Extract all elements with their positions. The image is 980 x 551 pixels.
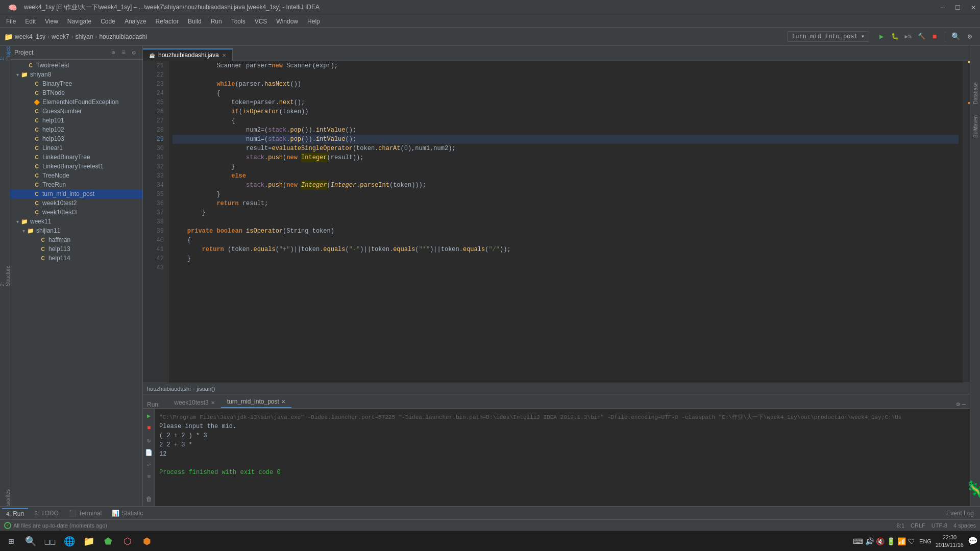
run-play-btn[interactable]: ▶ <box>144 411 154 421</box>
task-view-btn[interactable]: ❑❑ <box>41 532 59 550</box>
run-scroll-btn[interactable]: 📄 <box>144 447 154 458</box>
taskbar-intellij-btn[interactable]: ⬡ <box>118 532 137 550</box>
menu-refactor[interactable]: Refactor <box>152 17 183 26</box>
language-indicator[interactable]: ENG <box>919 538 932 544</box>
tree-item-shijian11[interactable]: ▾ 📁 shijian11 <box>10 226 142 235</box>
stop-button[interactable]: ■ <box>928 31 941 43</box>
menu-build[interactable]: Build <box>184 17 206 26</box>
tree-item-binarytree[interactable]: C BinaryTree <box>10 79 142 88</box>
editor-tab-houzhuibiaodashi[interactable]: ☕ houzhuibiaodashi.java ✕ <box>143 48 233 61</box>
bottom-tab-terminal[interactable]: ⬛ Terminal <box>65 509 106 518</box>
project-settings-btn[interactable]: ⚙ <box>129 48 138 57</box>
run-filter-btn[interactable]: ≡ <box>144 472 154 482</box>
breadcrumb-file[interactable]: houzhuibiaodashi <box>99 33 146 40</box>
run-tab-close[interactable]: ✕ <box>281 399 285 405</box>
database-sidebar-label[interactable]: Database <box>971 89 980 98</box>
tray-icon-2[interactable]: 🔊 <box>865 537 874 545</box>
tree-item-week10test3[interactable]: C week10test3 <box>10 208 142 217</box>
maximize-btn[interactable]: ☐ <box>955 4 961 11</box>
collapse-all-btn[interactable]: ≡ <box>119 48 128 57</box>
toolbar-search-btn[interactable]: 🔍 <box>949 31 962 43</box>
build-sidebar-label[interactable]: Build <box>971 128 980 137</box>
tree-item-treerun[interactable]: C TreeRun <box>10 180 142 189</box>
tree-item-guessnumber[interactable]: C GuessNumber <box>10 107 142 116</box>
menu-tools[interactable]: Tools <box>227 17 250 26</box>
toolbar-settings-btn[interactable]: ⚙ <box>964 31 976 43</box>
menu-code[interactable]: Code <box>96 17 119 26</box>
notifications-btn[interactable]: 💬 <box>968 536 978 546</box>
run-config-selector[interactable]: turn_mid_into_post ▾ <box>787 31 869 42</box>
tree-item-help113[interactable]: C help113 <box>10 244 142 254</box>
menu-view[interactable]: View <box>41 17 62 26</box>
menu-vcs[interactable]: VCS <box>251 17 272 26</box>
tray-icon-3[interactable]: 🔇 <box>876 537 885 545</box>
menu-help[interactable]: Help <box>303 17 324 26</box>
start-button[interactable]: ⊞ <box>2 532 20 550</box>
code-content[interactable]: Scanner parser=new Scanner(expr); while(… <box>168 61 963 383</box>
tree-item-help102[interactable]: C help102 <box>10 125 142 134</box>
tree-item-treenode[interactable]: C TreeNode <box>10 171 142 180</box>
taskbar-app1-btn[interactable]: ⬟ <box>99 532 117 550</box>
taskbar-explorer-btn[interactable]: 📁 <box>80 532 98 550</box>
tree-item-week10test2[interactable]: C week10test2 <box>10 198 142 208</box>
breadcrumb-shiyan[interactable]: shiyan <box>76 33 93 40</box>
minimize-btn[interactable]: ─ <box>940 4 945 11</box>
breadcrumb-week7[interactable]: week7 <box>52 33 69 40</box>
run-rerun-btn[interactable]: ↻ <box>144 435 154 445</box>
tree-item-haffman[interactable]: C haffman <box>10 235 142 244</box>
tree-item-help103[interactable]: C help103 <box>10 134 142 143</box>
indent[interactable]: 4 spaces <box>953 522 976 529</box>
tree-item-help101[interactable]: C help101 <box>10 116 142 125</box>
close-btn[interactable]: ✕ <box>971 4 976 11</box>
run-tab-week10test3[interactable]: week10test3 ✕ <box>168 397 220 408</box>
tray-icon-6[interactable]: 🛡 <box>908 537 915 545</box>
debug-button[interactable]: 🐛 <box>889 31 901 43</box>
build-button[interactable]: 🔨 <box>915 31 927 43</box>
sync-files-btn[interactable]: ⊕ <box>109 48 118 57</box>
breadcrumb-week4[interactable]: week4_1sy <box>15 33 45 40</box>
structure-sidebar-label[interactable]: 2: Structure <box>1 271 10 281</box>
tree-item-shiyan8[interactable]: ▾ 📁 shiyan8 <box>10 70 142 79</box>
run-clear-btn[interactable]: 🗑 <box>144 494 154 504</box>
cursor-position[interactable]: 8:1 <box>897 522 904 529</box>
tray-icon-5[interactable]: 📶 <box>897 537 906 545</box>
run-tab-close[interactable]: ✕ <box>211 400 215 406</box>
menu-window[interactable]: Window <box>272 17 302 26</box>
run-panel-minimize-btn[interactable]: — <box>962 401 966 408</box>
tree-item-help114[interactable]: C help114 <box>10 254 142 263</box>
search-taskbar-btn[interactable]: 🔍 <box>21 532 40 550</box>
favorites-sidebar-label[interactable]: 2: Favorites <box>1 495 10 504</box>
code-editor[interactable]: 21 22 23 24 25 26 27 28 29 30 31 32 33 3… <box>143 61 970 383</box>
menu-analyze[interactable]: Analyze <box>120 17 151 26</box>
line-ending[interactable]: CRLF <box>911 522 925 529</box>
tree-item-linkedbinarytree[interactable]: C LinkedBinaryTree <box>10 153 142 162</box>
run-tab-turn-mid-into-post[interactable]: turn_mid_into_post ✕ <box>221 396 291 408</box>
tree-item-twotreetest[interactable]: C TwotreeTest <box>10 61 142 70</box>
tree-item-turn-mid-into-post[interactable]: C turn_mid_into_post <box>10 189 142 198</box>
tree-item-week11[interactable]: ▾ 📁 week11 <box>10 217 142 226</box>
run-stop-btn[interactable]: ■ <box>144 423 154 433</box>
tree-item-elementnotfound[interactable]: 🔶 ElementNotFoundException <box>10 97 142 107</box>
run-panel-settings-btn[interactable]: ⚙ <box>957 400 960 408</box>
bottom-tab-statistic[interactable]: 📊 Statistic <box>108 509 147 518</box>
menu-edit[interactable]: Edit <box>21 17 40 26</box>
tree-item-btnode[interactable]: C BTNode <box>10 88 142 97</box>
menu-run[interactable]: Run <box>207 17 226 26</box>
tree-item-linkedbinarytreetest1[interactable]: C LinkedBinaryTreetest1 <box>10 162 142 171</box>
taskbar-browser-btn[interactable]: 🌐 <box>60 532 79 550</box>
run-wrap-btn[interactable]: ↩ <box>144 460 154 470</box>
coverage-button[interactable]: ▶% <box>902 31 914 43</box>
tray-icon-4[interactable]: 🔋 <box>887 537 895 545</box>
tab-close-btn[interactable]: ✕ <box>222 53 226 58</box>
bottom-tab-event-log[interactable]: Event Log <box>942 509 978 518</box>
tree-item-linear1[interactable]: C Linear1 <box>10 143 142 153</box>
menu-navigate[interactable]: Navigate <box>63 17 95 26</box>
bottom-tab-run[interactable]: 4: Run <box>2 508 28 518</box>
menu-file[interactable]: File <box>2 17 20 26</box>
tray-icon-1[interactable]: ⌨ <box>853 537 863 545</box>
encoding[interactable]: UTF-8 <box>932 522 947 529</box>
run-button[interactable]: ▶ <box>875 31 888 43</box>
taskbar-app3-btn[interactable]: ⬢ <box>138 532 156 550</box>
bottom-tab-todo[interactable]: 6: TODO <box>30 509 63 518</box>
project-sidebar-label[interactable]: 1: Project <box>1 48 10 57</box>
